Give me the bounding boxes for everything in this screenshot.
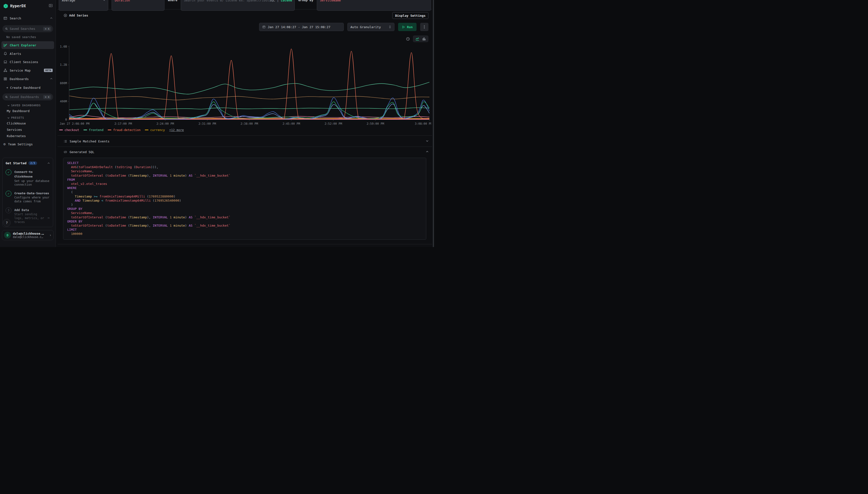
sql-line: Timestamp >= fromUnixTimestamp64Milli (1…: [67, 194, 422, 198]
sidebar-item-team-settings[interactable]: ⚙ Team Settings: [0, 140, 56, 148]
sidebar-item-my-dashboard[interactable]: My Dashboard: [0, 109, 56, 114]
section-divider: [58, 135, 432, 136]
chevron-up-icon[interactable]: [50, 17, 53, 20]
chevron-up-icon[interactable]: [47, 161, 50, 166]
dashboards-icon: [3, 77, 7, 81]
chevron-up-icon[interactable]: [426, 150, 429, 154]
step-desc: Configure where your data comes from: [14, 196, 50, 204]
legend-item[interactable]: fraud-detection: [108, 128, 140, 132]
legend-item[interactable]: checkout: [59, 128, 79, 132]
chevron-down-icon[interactable]: [426, 139, 429, 143]
search-query-input[interactable]: Search your events w/ Lucene ex: SpanAtt…: [181, 0, 295, 11]
more-options-button[interactable]: [420, 23, 428, 31]
sidebar-collapse-icon[interactable]: [49, 4, 53, 8]
service-map-icon: [3, 69, 7, 72]
sample-matched-events-header[interactable]: Sample Matched Events: [63, 138, 429, 145]
run-controls: Jan 27 14:08:27 - Jan 27 15:08:27 Auto G…: [259, 23, 428, 31]
arrow-right-icon[interactable]: →: [47, 216, 50, 220]
saved-dashboards-group-header[interactable]: SAVED DASHBOARDS: [0, 104, 56, 107]
svg-text:2:31:00 PM: 2:31:00 PM: [198, 122, 216, 126]
bar-chart-toggle[interactable]: [421, 36, 427, 41]
search-icon: [5, 27, 8, 30]
sidebar-item-label: Service Map: [10, 69, 31, 72]
get-started-step[interactable]: ✓ Create Data Sources Configure where yo…: [5, 191, 50, 204]
user-email: dale@clickhouse.c…: [13, 235, 44, 239]
user-account-button[interactable]: D dale@clickhouse.… dale@clickhouse.c… ›: [2, 230, 54, 240]
progress-badge: 2/3: [28, 162, 37, 165]
sidebar-item-dashboards[interactable]: Dashboards: [0, 75, 56, 82]
sql-line: AVG(toFloat64OrDefault (toString (Durati…: [67, 165, 422, 169]
aggregation-select[interactable]: Average: [59, 0, 108, 11]
kbd-shortcut: ⌘ K: [43, 95, 51, 99]
date-range-picker[interactable]: Jan 27 14:08:27 - Jan 27 15:08:27: [259, 23, 344, 31]
step-title: Create Data Sources: [14, 191, 49, 195]
svg-text:400M: 400M: [60, 100, 67, 103]
presets-group-header[interactable]: PRESETS: [0, 116, 56, 119]
check-circle-icon: ✓: [5, 169, 12, 175]
chevron-up-icon[interactable]: [50, 77, 53, 81]
svg-text:2:24:00 PM: 2:24:00 PM: [156, 122, 174, 126]
app-window: ⚡ HyperDX Search Saved Searches ⌘ K No s…: [0, 0, 434, 247]
step-desc: Set up your database connection: [14, 179, 50, 187]
saved-searches-input[interactable]: Saved Searches ⌘ K: [2, 25, 53, 32]
sidebar-item-kubernetes[interactable]: Kubernetes: [0, 134, 56, 138]
clock-icon[interactable]: [406, 37, 410, 41]
chevron-right-icon: ›: [50, 233, 52, 237]
step-number-icon: 3: [5, 207, 12, 213]
chart-type-toggle: [413, 35, 428, 42]
play-icon: [402, 25, 405, 28]
sidebar-item-clickhouse[interactable]: ClickHouse: [0, 121, 56, 126]
app-title: HyperDX: [10, 4, 46, 8]
sql-line: ORDER BY: [67, 219, 422, 224]
chart-type-row: [406, 35, 428, 42]
sidebar-item-alerts[interactable]: Alerts: [0, 50, 56, 57]
sidebar-item-label: Search: [10, 17, 21, 20]
get-started-step[interactable]: 3 Add Data Start sending logs, metrics, …: [5, 207, 50, 224]
select-chevrons-icon: [389, 25, 391, 28]
sidebar-item-search[interactable]: Search: [0, 15, 56, 22]
add-series-button[interactable]: Add Series: [63, 14, 88, 17]
laptop-icon: [3, 60, 7, 64]
chevron-down-icon: [103, 0, 105, 11]
step-title: Connect to ClickHouse: [14, 170, 33, 178]
sidebar-item-services[interactable]: Services: [0, 128, 56, 132]
generated-sql-code[interactable]: SELECT AVG(toFloat64OrDefault (toString …: [63, 158, 426, 240]
sql-line: (: [67, 190, 422, 194]
run-button[interactable]: Run: [398, 23, 417, 31]
get-started-step[interactable]: ✓ Connect to ClickHouse Set up your data…: [5, 169, 50, 187]
sidebar-item-client-sessions[interactable]: Client Sessions: [0, 58, 56, 65]
query-language-toggle[interactable]: SQL | Lucene: [269, 0, 292, 11]
sql-line: toStartOfInterval (toDateTime (Timestamp…: [67, 173, 422, 177]
sql-line: ): [67, 203, 422, 207]
legend-more-link[interactable]: +12 more: [169, 128, 184, 132]
chart-svg[interactable]: 0400M800M1.2B1.6BJan 27 2:08:00 PM2:17:0…: [58, 45, 431, 126]
svg-text:1.2B: 1.2B: [60, 63, 67, 66]
create-dashboard-button[interactable]: + Create Dashboard: [0, 86, 56, 90]
beta-badge: BETA: [44, 69, 53, 72]
legend-item[interactable]: currency: [145, 128, 165, 132]
kbd-shortcut: ⌘ K: [43, 27, 51, 31]
bell-icon: [3, 52, 7, 56]
section-divider: [58, 244, 432, 244]
plus-circle-icon: [63, 14, 67, 17]
group-by-input[interactable]: ServiceName: [317, 0, 431, 11]
field-input[interactable]: Duration: [112, 0, 165, 11]
legend-item[interactable]: frontend: [83, 128, 103, 132]
sql-line: GROUP BY: [67, 207, 422, 211]
line-chart-toggle[interactable]: [414, 36, 420, 41]
sql-line: 100000: [67, 232, 422, 236]
help-button[interactable]: ?: [3, 219, 11, 227]
query-toolbar: Average Duration Where Search your event…: [56, 0, 434, 11]
display-settings-button[interactable]: Display Settings: [392, 12, 428, 19]
legend-dash-icon: [59, 130, 63, 130]
search-grid-icon: [3, 16, 7, 20]
where-label: Where: [168, 0, 177, 11]
chart-legend: checkoutfrontendfraud-detectioncurrency+…: [59, 128, 431, 132]
sidebar-item-chart-explorer[interactable]: Chart Explorer: [1, 41, 54, 49]
sidebar-item-service-map[interactable]: Service Map BETA: [0, 67, 56, 74]
granularity-select[interactable]: Auto Granularity: [347, 23, 394, 31]
saved-dashboards-input[interactable]: Saved Dashboards ⌘ K: [2, 93, 53, 100]
scrollbar[interactable]: [433, 0, 434, 247]
generated-sql-header[interactable]: Generated SQL: [63, 149, 429, 155]
step-title: Add Data: [14, 208, 29, 212]
